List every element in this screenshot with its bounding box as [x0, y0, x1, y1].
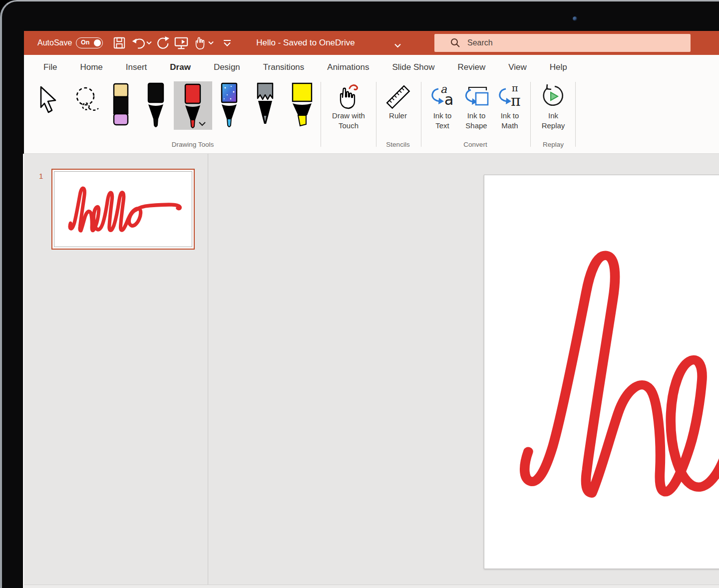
ruler-label: Ruler — [378, 111, 418, 121]
save-button[interactable] — [112, 35, 127, 50]
redo-icon — [155, 36, 169, 50]
camera-dot — [573, 16, 577, 21]
group-label-convert: Convert — [445, 141, 505, 148]
ink-to-text-icon: a a — [428, 83, 456, 110]
undo-icon — [131, 36, 145, 50]
galaxy-pen-button[interactable] — [218, 82, 240, 131]
ink-replay-label: Ink Replay — [540, 111, 566, 131]
magnifier-icon — [450, 38, 460, 48]
yellow-highlighter-button[interactable] — [291, 82, 314, 131]
undo-dropdown-chevron[interactable] — [145, 35, 153, 50]
select-cursor-icon — [36, 85, 59, 115]
tab-help[interactable]: Help — [538, 55, 579, 80]
draw-with-touch-label: Draw with Touch — [327, 111, 370, 131]
select-tool-button[interactable] — [36, 85, 59, 117]
lasso-select-button[interactable] — [73, 86, 100, 117]
slide-canvas[interactable] — [484, 175, 719, 569]
ink-to-math-icon: π π — [496, 83, 524, 110]
ink-to-shape-icon — [462, 83, 491, 110]
draw-with-touch-icon — [337, 83, 360, 110]
redo-button[interactable] — [155, 35, 170, 50]
save-icon — [112, 36, 126, 50]
slide-thumbnail-panel[interactable]: 1 — [24, 154, 208, 588]
toggle-knob — [94, 39, 101, 46]
tab-animations[interactable]: Animations — [316, 55, 380, 80]
tab-view[interactable]: View — [497, 55, 538, 80]
chevron-down-icon — [394, 43, 401, 48]
slide-number: 1 — [39, 172, 43, 180]
ribbon-tools: Drawing Tools Draw with Touch — [24, 80, 719, 154]
ribbon-tab-row: File Home Insert Draw Design Transitions… — [24, 55, 719, 80]
group-label-drawing-tools: Drawing Tools — [143, 141, 243, 148]
ink-to-shape-label: Ink to Shape — [461, 111, 491, 131]
draw-mode-icon — [194, 36, 207, 50]
group-divider — [575, 82, 576, 147]
hello-ink-drawing — [512, 235, 719, 535]
tab-design[interactable]: Design — [202, 55, 252, 80]
eraser-icon — [110, 82, 132, 129]
group-label-stencils: Stencils — [368, 141, 428, 148]
autosave-toggle[interactable]: On — [76, 37, 103, 48]
autosave-state-label: On — [81, 38, 89, 47]
chevron-down-icon — [198, 121, 206, 126]
powerpoint-window: AutoSave On — [24, 31, 719, 588]
ink-replay-icon — [540, 83, 566, 110]
tab-home[interactable]: Home — [68, 55, 114, 80]
galaxy-pen-icon — [218, 82, 240, 129]
tab-slide-show[interactable]: Slide Show — [380, 55, 446, 80]
hello-ink-thumbnail — [68, 185, 186, 238]
start-from-beginning-icon — [174, 35, 189, 50]
group-divider — [530, 82, 531, 147]
draw-mode-button[interactable] — [193, 35, 208, 50]
undo-button[interactable] — [131, 35, 146, 50]
pencil-button[interactable] — [254, 82, 276, 131]
tab-transitions[interactable]: Transitions — [252, 55, 316, 80]
slide-thumbnail-preview — [54, 171, 192, 247]
search-box[interactable] — [434, 34, 691, 52]
red-pen-button-selected[interactable] — [174, 81, 212, 130]
group-divider — [321, 82, 321, 147]
pen-options-chevron[interactable] — [198, 119, 206, 128]
group-label-replay: Replay — [523, 141, 583, 148]
draw-with-touch-button[interactable]: Draw with Touch — [323, 80, 374, 153]
tab-file[interactable]: File — [32, 55, 68, 80]
lasso-select-icon — [73, 86, 100, 115]
ink-to-text-label: Ink to Text — [429, 111, 456, 131]
eraser-button[interactable] — [110, 82, 132, 131]
workspace: 1 — [24, 154, 719, 588]
draw-mode-dropdown-chevron[interactable] — [207, 35, 215, 50]
svg-text:π: π — [511, 92, 521, 109]
chevron-down-icon — [208, 41, 214, 45]
black-pen-button[interactable] — [145, 82, 167, 131]
tab-insert[interactable]: Insert — [114, 55, 159, 80]
tab-review[interactable]: Review — [446, 55, 497, 80]
status-bar-edge — [24, 585, 719, 588]
title-dropdown-chevron[interactable] — [394, 41, 401, 50]
chevron-down-icon — [146, 41, 152, 45]
ink-to-math-label: Ink to Math — [496, 111, 523, 131]
slide-thumbnail[interactable] — [51, 169, 195, 250]
group-divider — [421, 82, 421, 147]
slide-editing-area — [209, 154, 719, 588]
tab-draw[interactable]: Draw — [158, 55, 202, 80]
yellow-highlighter-icon — [291, 82, 314, 129]
group-divider — [376, 82, 376, 147]
autosave-label: AutoSave — [37, 31, 72, 55]
ruler-icon — [383, 83, 412, 110]
svg-text:a: a — [444, 91, 453, 108]
pencil-icon — [254, 82, 276, 129]
black-pen-icon — [145, 82, 167, 129]
search-input[interactable] — [467, 38, 667, 47]
start-from-beginning-button[interactable] — [174, 35, 189, 50]
document-title[interactable]: Hello - Saved to OneDrive — [231, 31, 380, 55]
title-bar: AutoSave On — [24, 31, 719, 55]
